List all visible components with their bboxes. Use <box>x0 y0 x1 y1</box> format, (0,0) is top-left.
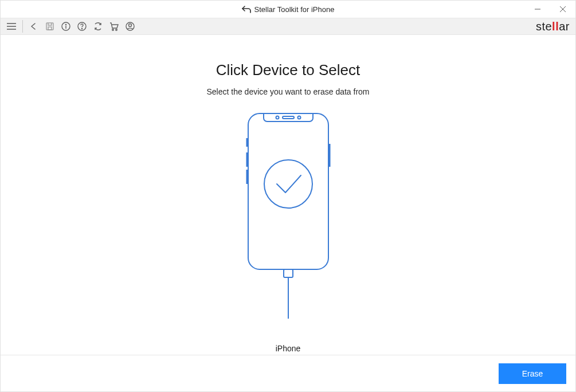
svg-rect-6 <box>46 23 53 30</box>
brand-mid: ll <box>552 20 559 33</box>
phone-icon <box>245 112 331 319</box>
close-button[interactable] <box>550 1 575 18</box>
titlebar: Stellar Toolkit for iPhone <box>1 1 575 18</box>
app-title: Stellar Toolkit for iPhone <box>254 5 335 14</box>
svg-point-18 <box>276 116 279 119</box>
refresh-icon[interactable] <box>91 19 105 34</box>
erase-button[interactable]: Erase <box>499 363 566 384</box>
save-icon[interactable] <box>42 19 57 34</box>
info-icon[interactable] <box>58 19 73 34</box>
footer: Erase <box>1 355 575 391</box>
svg-point-12 <box>81 28 82 29</box>
toolbar: stellar <box>1 18 575 35</box>
cart-icon[interactable] <box>107 19 122 34</box>
brand-logo: stellar <box>536 18 570 34</box>
device-label: iPhone <box>276 344 301 353</box>
page-heading: Click Device to Select <box>216 61 360 79</box>
menu-button[interactable] <box>4 19 19 34</box>
back-button[interactable] <box>26 19 41 34</box>
back-arrow-icon <box>242 5 251 13</box>
svg-point-25 <box>264 160 312 208</box>
svg-rect-26 <box>284 269 293 277</box>
help-icon[interactable] <box>75 19 89 34</box>
svg-point-20 <box>297 116 300 119</box>
device-card[interactable]: iPhone <box>245 112 331 353</box>
brand-pre: ste <box>536 20 552 33</box>
title-center: Stellar Toolkit for iPhone <box>242 5 335 14</box>
content-area: Click Device to Select Select the device… <box>1 35 575 355</box>
svg-point-14 <box>116 29 117 31</box>
svg-point-13 <box>112 29 114 31</box>
svg-rect-17 <box>248 113 328 269</box>
brand-post: ar <box>559 20 570 33</box>
user-icon[interactable] <box>123 19 138 34</box>
svg-point-9 <box>65 24 66 25</box>
svg-rect-19 <box>283 116 294 119</box>
svg-rect-7 <box>48 27 52 30</box>
svg-point-16 <box>129 24 132 27</box>
toolbar-divider <box>22 20 23 33</box>
page-subheading: Select the device you want to erase data… <box>206 87 369 96</box>
window-controls <box>525 1 575 18</box>
minimize-button[interactable] <box>525 1 550 18</box>
